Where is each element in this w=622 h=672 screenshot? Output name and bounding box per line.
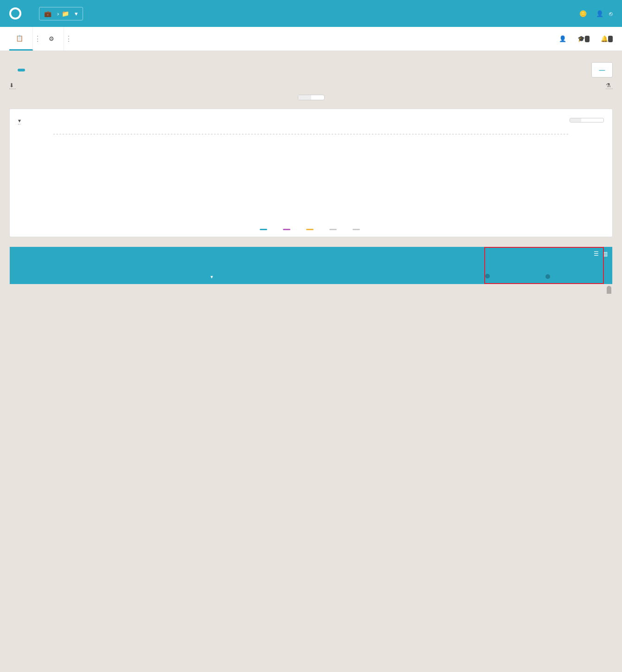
info-icon [545,274,550,279]
legend-item-d[interactable] [329,229,340,230]
th-deals[interactable] [439,273,494,279]
chevron-down-icon: ▾ [75,10,78,17]
view-linear[interactable] [298,95,311,100]
sliders-icon: ⚙ [49,35,54,42]
account-dropdown[interactable]: 💼 › 📁 ▾ [39,7,83,20]
nav-training[interactable]: 🎓 [577,35,590,42]
scrollbar-thumb[interactable] [607,286,611,294]
user-menu[interactable]: 👤 ⎋ [596,10,613,17]
tab-settings-menu[interactable]: ⋮ [64,27,73,51]
logo-icon [9,7,21,19]
table-header-row: ▼ [10,247,612,284]
logout-icon: ⎋ [609,10,613,17]
secondary-nav: 📋 ⋮ ⚙ ⋮ 👤 🎓 🔔 [0,27,622,51]
funnel-icon: ⚗ [606,82,611,89]
topbar: 💼 › 📁 ▾ 🪙 👤 ⎋ [0,0,622,27]
th-roi[interactable] [494,273,555,279]
manager-icon: 👤 [559,35,566,42]
chevron-right-icon: › [57,10,59,17]
info-icon [485,274,490,278]
period-days[interactable] [570,118,581,122]
legend-item-b[interactable] [283,229,293,230]
brand-logo[interactable] [9,7,25,19]
tab-settings[interactable]: ⚙ [42,27,64,51]
table-columns-icon[interactable]: ▥ [603,251,608,257]
reports-icon: 📋 [16,35,23,42]
coins-icon: 🪙 [579,10,587,17]
nav-alerts[interactable]: 🔔 [601,35,613,42]
page-header: — [0,51,622,82]
bell-icon: 🔔 [601,35,608,42]
download-icon: ⬇ [9,82,14,89]
chart-card: ▾ [9,109,613,237]
tab-reports-menu[interactable]: ⋮ [33,27,42,51]
period-months[interactable] [592,118,603,122]
chart-legend [18,229,604,230]
period-toggle [570,118,604,123]
chart-plot [18,129,604,222]
alerts-badge [608,36,613,42]
th-budget[interactable]: ▼ [167,275,218,279]
table-density-icon[interactable]: ☰ [594,251,599,257]
balance[interactable]: 🪙 [579,10,587,17]
filter-button[interactable]: ⚗ [606,82,613,89]
period-weeks[interactable] [581,118,592,122]
tab-reports[interactable]: 📋 [9,27,33,51]
download-button[interactable]: ⬇ [9,82,16,89]
legend-item-a[interactable] [260,229,270,230]
graduation-icon: 🎓 [577,35,585,42]
date-range-picker[interactable]: — [591,62,613,78]
nav-manager[interactable]: 👤 [559,35,566,42]
user-icon: 👤 [596,10,603,17]
legend-item-e[interactable] [353,229,363,230]
view-share[interactable] [311,95,324,100]
new-badge [18,69,25,71]
legend-item-c[interactable] [306,229,316,230]
toolbar-row: ⬇ ⚗ [0,82,622,95]
briefcase-icon: 💼 [44,10,51,17]
campaign-table: ☰ ▥ ▼ [9,246,613,284]
chart-subtitle-dropdown[interactable]: ▾ [18,117,21,124]
training-badge [585,36,590,42]
view-toggle [0,95,622,100]
folder-icon: 📁 [62,10,69,17]
